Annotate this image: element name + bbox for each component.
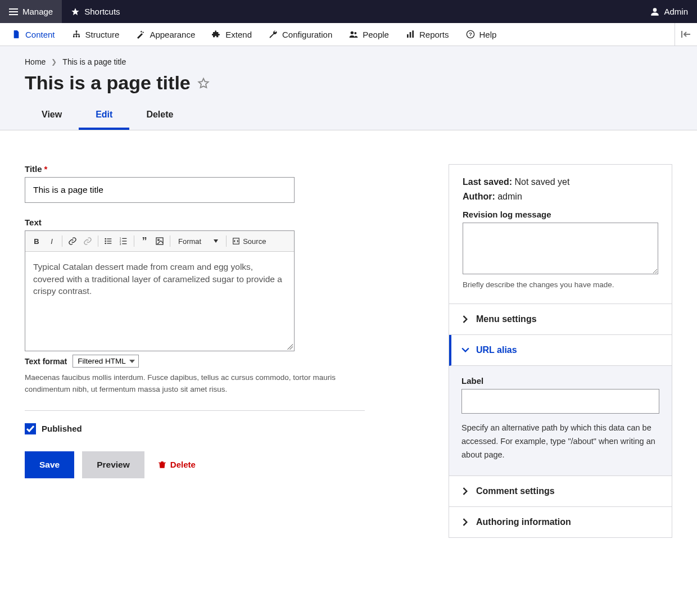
svg-rect-7: [410, 32, 411, 38]
hierarchy-icon: [72, 30, 81, 39]
collapse-left-icon: [681, 30, 691, 38]
topbar-user[interactable]: Admin: [641, 0, 697, 23]
sidebar: Last saved: Not saved yet Author: admin …: [449, 164, 672, 538]
meta-section: Last saved: Not saved yet Author: admin …: [449, 165, 672, 304]
last-saved-value: Not saved yet: [515, 177, 570, 187]
accordion-url-alias[interactable]: URL alias: [449, 335, 672, 366]
accordion-menu-label: Menu settings: [476, 314, 537, 324]
text-format-label: Text format: [25, 357, 67, 366]
svg-rect-8: [412, 30, 414, 38]
wand-icon: [136, 30, 145, 39]
editor-toolbar: B I 123: [25, 231, 294, 252]
rich-text-editor: B I 123: [25, 230, 295, 351]
chevron-right-icon: [461, 315, 469, 323]
adminmenu-reports[interactable]: Reports: [397, 23, 458, 46]
tab-delete[interactable]: Delete: [129, 103, 190, 130]
local-tabs: View Edit Delete: [25, 103, 672, 130]
editor-body[interactable]: Typical Catalan dessert made from cream …: [25, 252, 294, 351]
svg-rect-6: [407, 34, 409, 38]
svg-point-5: [355, 32, 357, 34]
svg-rect-16: [107, 243, 111, 243]
toolbar-separator: [226, 235, 227, 247]
delete-link[interactable]: Delete: [158, 460, 196, 469]
adminmenu-extend[interactable]: Extend: [203, 23, 260, 46]
revision-textarea[interactable]: [463, 223, 658, 274]
bullet-list-button[interactable]: [102, 234, 115, 248]
revision-help: Briefly describe the changes you have ma…: [463, 279, 658, 291]
topbar-manage-label: Manage: [22, 7, 53, 16]
number-list-button[interactable]: 123: [117, 234, 130, 248]
source-button-label: Source: [243, 237, 266, 246]
bar-chart-icon: [406, 30, 415, 39]
wrench-icon: [269, 30, 278, 39]
chevron-down-icon: [461, 346, 469, 354]
adminmenu-people[interactable]: People: [341, 23, 397, 46]
adminmenu-help-label: Help: [479, 30, 497, 39]
adminmenu-extend-label: Extend: [225, 30, 252, 39]
preview-button[interactable]: Preview: [82, 451, 144, 478]
breadcrumb: Home ❯ This is a page title: [25, 57, 672, 66]
svg-rect-1: [73, 36, 75, 38]
revision-label: Revision log message: [463, 210, 658, 219]
accordion-authoring-info[interactable]: Authoring information: [449, 507, 672, 537]
toolbar-orientation-toggle[interactable]: [675, 23, 697, 46]
last-saved: Last saved: Not saved yet: [463, 177, 658, 187]
unlink-button[interactable]: [81, 234, 94, 248]
adminmenu-help[interactable]: ? Help: [458, 23, 505, 46]
divider: [25, 410, 365, 411]
url-alias-label: Label: [461, 376, 659, 386]
adminmenu-configuration[interactable]: Configuration: [260, 23, 341, 46]
adminmenu-appearance[interactable]: Appearance: [128, 23, 203, 46]
resize-handle-icon[interactable]: [287, 344, 293, 350]
admin-menu: Content Structure Appearance Extend Conf…: [0, 23, 697, 46]
url-alias-input[interactable]: [461, 389, 659, 414]
image-icon: [155, 237, 164, 246]
published-checkbox[interactable]: [25, 423, 36, 434]
save-button[interactable]: Save: [25, 451, 74, 478]
bold-button[interactable]: B: [30, 234, 43, 248]
adminmenu-structure[interactable]: Structure: [64, 23, 128, 46]
blockquote-button[interactable]: ”: [138, 234, 151, 248]
link-icon: [68, 237, 77, 246]
topbar-shortcuts[interactable]: Shortcuts: [62, 0, 129, 23]
hamburger-icon: [9, 8, 18, 15]
format-dropdown[interactable]: Format: [174, 237, 223, 246]
published-checkbox-row: Published: [25, 423, 365, 434]
link-button[interactable]: [66, 234, 79, 248]
chevron-right-icon: [461, 487, 469, 495]
author-label: Author:: [463, 192, 495, 201]
topbar-user-label: Admin: [664, 7, 688, 16]
text-format-description: Maecenas faucibus mollis interdum. Fusce…: [25, 372, 365, 396]
page-title: This is a page title: [25, 72, 672, 94]
title-input[interactable]: [25, 177, 295, 203]
source-icon: [232, 237, 240, 245]
form-actions: Save Preview Delete: [25, 451, 365, 478]
svg-rect-0: [75, 30, 77, 32]
source-button[interactable]: Source: [230, 237, 268, 246]
puzzle-icon: [212, 30, 221, 39]
adminmenu-content[interactable]: Content: [3, 23, 64, 46]
main-form: Title* Text B I: [25, 164, 365, 538]
topbar-shortcuts-label: Shortcuts: [84, 7, 120, 16]
page-header: Home ❯ This is a page title This is a pa…: [0, 46, 697, 130]
delete-link-label: Delete: [170, 460, 196, 469]
toolbar-separator: [134, 235, 134, 247]
italic-button[interactable]: I: [45, 234, 58, 248]
svg-point-11: [105, 238, 106, 240]
image-button[interactable]: [153, 234, 166, 248]
accordion-comment-label: Comment settings: [476, 486, 555, 496]
svg-text:3: 3: [120, 243, 121, 246]
format-dropdown-label: Format: [178, 237, 201, 246]
svg-rect-15: [107, 241, 111, 241]
accordion-menu-settings[interactable]: Menu settings: [449, 304, 672, 335]
last-saved-label: Last saved:: [463, 177, 512, 187]
star-outline-icon[interactable]: [197, 77, 210, 89]
breadcrumb-home[interactable]: Home: [25, 57, 46, 66]
unlink-icon: [83, 237, 92, 246]
svg-point-24: [158, 239, 160, 241]
topbar-manage[interactable]: Manage: [0, 0, 62, 23]
tab-view[interactable]: View: [25, 103, 79, 130]
accordion-comment-settings[interactable]: Comment settings: [449, 476, 672, 507]
text-format-select[interactable]: Filtered HTML: [73, 355, 139, 368]
tab-edit[interactable]: Edit: [79, 103, 129, 130]
